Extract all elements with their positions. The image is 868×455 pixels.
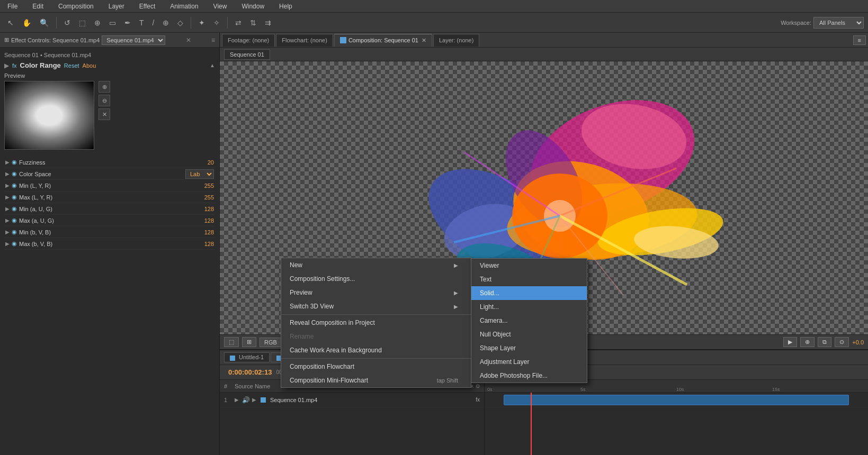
tab-footage[interactable]: Footage: (none)	[222, 34, 275, 47]
sub-null-label: Null Object	[480, 331, 511, 338]
puppet2-tool[interactable]: ✧	[210, 16, 223, 29]
ctx-item-switch3d[interactable]: Switch 3D View ▶	[281, 299, 471, 313]
sub-item-photoshop[interactable]: Adobe Photoshop File...	[471, 369, 587, 383]
menu-help[interactable]: Help	[276, 2, 296, 11]
sub-item-adjustment[interactable]: Adjustment Layer	[471, 355, 587, 369]
ctx-item-cache[interactable]: Cache Work Area in Background	[281, 343, 471, 357]
pen-tool[interactable]: ✒	[121, 16, 134, 29]
left-panel: ⊞ Effect Controls: Sequence 01.mp4 Seque…	[0, 33, 220, 455]
param-fuzziness-arrow[interactable]: ▶	[5, 159, 10, 165]
ctx-item-flowchart[interactable]: Composition Flowchart	[281, 360, 471, 374]
puppet-tool[interactable]: ✦	[195, 16, 208, 29]
param-min-lyr-value[interactable]: 255	[193, 183, 214, 189]
menu-window[interactable]: Window	[238, 2, 267, 11]
timeline-content: # Source Name ⊕ fx ⊙ 1 ▶ 🔊 ▶ Sequence 01…	[220, 380, 868, 455]
param-fuzziness-value[interactable]: 20	[193, 159, 214, 166]
ctx-item-mini-flowchart[interactable]: Composition Mini-Flowchart tap Shift	[281, 374, 471, 387]
param-min-lyr-arrow[interactable]: ▶	[5, 183, 10, 188]
fx-about-button[interactable]: Abou	[83, 62, 96, 69]
ctx-item-new[interactable]: New ▶ Viewer Text Solid... Light... Came…	[281, 258, 471, 272]
tl-tab-untitled1[interactable]: Untitled-1	[224, 352, 270, 362]
fx-panel-menu[interactable]: ≡	[211, 37, 215, 44]
sub-item-light[interactable]: Light...	[471, 300, 587, 314]
hand-tool[interactable]: ✋	[19, 16, 34, 29]
snap2-tool[interactable]: ⇅	[247, 16, 259, 29]
orbit-tool[interactable]: ⊕	[91, 16, 104, 29]
ctx-item-reveal[interactable]: Reveal Composition in Project	[281, 316, 471, 330]
param-max-aug-arrow[interactable]: ▶	[5, 217, 10, 223]
zoom-tool[interactable]: 🔍	[37, 16, 52, 29]
menu-file[interactable]: File	[4, 2, 21, 11]
viewer-3d-btn[interactable]: ⊕	[800, 337, 815, 347]
tab-composition[interactable]: Composition: Sequence 01 ✕	[334, 34, 432, 47]
viewer-camera-btn[interactable]: ⧉	[818, 337, 831, 347]
viewer-render-btn[interactable]: ▶	[783, 337, 797, 347]
preview-image	[5, 81, 94, 149]
rotation-tool[interactable]: ↺	[61, 16, 74, 29]
viewer-grid-btn[interactable]: ⊞	[242, 337, 256, 347]
param-max-lyr-value[interactable]: 255	[193, 194, 214, 201]
select-tool[interactable]: ↖	[4, 16, 17, 29]
viewer-motion-btn[interactable]: ⊙	[835, 337, 849, 347]
param-min-bvb-arrow[interactable]: ▶	[5, 229, 10, 235]
param-max-aug-value[interactable]: 128	[193, 217, 214, 224]
sub-item-null[interactable]: Null Object	[471, 327, 587, 341]
snap3-tool[interactable]: ⇉	[262, 16, 274, 29]
param-min-aug-value[interactable]: 128	[193, 206, 214, 212]
preview-tool-3[interactable]: ✕	[99, 108, 110, 120]
menu-bar: File Edit Composition Layer Effect Anima…	[0, 0, 868, 13]
ctx-preview-arrow: ▶	[454, 290, 458, 296]
sub-item-solid[interactable]: Solid...	[471, 286, 587, 300]
sub-item-text[interactable]: Text	[471, 272, 587, 286]
menu-animation[interactable]: Animation	[167, 2, 201, 11]
ctx-item-comp-settings[interactable]: Composition Settings...	[281, 272, 471, 286]
param-min-bvb-value[interactable]: 128	[193, 229, 214, 235]
brush-tool[interactable]: /	[149, 16, 158, 29]
camera-tool[interactable]: ⬚	[76, 16, 89, 29]
viewer-menu-btn[interactable]: ≡	[853, 35, 866, 45]
fx-expand-arrow[interactable]: ▶	[4, 62, 9, 69]
text-tool[interactable]: T	[136, 16, 147, 29]
fx-panel-select[interactable]: Sequence 01.mp4	[102, 35, 165, 45]
comp-tab-close[interactable]: ✕	[422, 37, 426, 44]
sub-viewer-label: Viewer	[480, 262, 499, 269]
param-min-aug-arrow[interactable]: ▶	[5, 206, 10, 212]
tl-row-label: Sequence 01.mp4	[270, 397, 473, 403]
param-max-bvb-value[interactable]: 128	[193, 241, 214, 247]
workspace-select[interactable]: All Panels	[813, 17, 864, 29]
tab-layer[interactable]: Layer: (none)	[433, 34, 479, 47]
menu-layer[interactable]: Layer	[105, 2, 128, 11]
preview-section: Preview ⊕ ⊖ ✕	[4, 72, 215, 151]
preview-tool-2[interactable]: ⊖	[99, 95, 110, 106]
preview-tool-1[interactable]: ⊕	[99, 81, 110, 93]
param-max-bvb-arrow[interactable]: ▶	[5, 241, 10, 247]
menu-composition[interactable]: Composition	[55, 2, 97, 11]
param-colorspace-arrow[interactable]: ▶	[5, 171, 10, 177]
sub-text-label: Text	[480, 276, 491, 283]
param-colorspace-select[interactable]: Lab YUV RGB	[185, 169, 214, 179]
fx-reset-button[interactable]: Reset	[64, 62, 79, 69]
comp-sequence-tab[interactable]: Sequence 01	[224, 49, 270, 60]
sub-item-viewer[interactable]: Viewer	[471, 259, 587, 272]
rect-tool[interactable]: ▭	[106, 16, 119, 29]
snap-tool[interactable]: ⇄	[232, 16, 245, 29]
menu-edit[interactable]: Edit	[29, 2, 47, 11]
tl-col-motion[interactable]: ⊙	[476, 383, 480, 389]
param-max-lyr-arrow[interactable]: ▶	[5, 194, 10, 200]
viewer-always-preview[interactable]: ⬚	[224, 337, 239, 347]
menu-effect[interactable]: Effect	[136, 2, 158, 11]
menu-view[interactable]: View	[210, 2, 230, 11]
tl-row-expand[interactable]: ▶	[235, 397, 239, 403]
sub-item-shape[interactable]: Shape Layer	[471, 341, 587, 355]
eraser-tool[interactable]: ◇	[174, 16, 186, 29]
sub-item-camera[interactable]: Camera...	[471, 314, 587, 327]
fx-panel-close[interactable]: ✕	[186, 37, 191, 44]
viewer-channels-btn[interactable]: RGB	[259, 338, 282, 347]
tl-clip-1[interactable]	[504, 395, 849, 405]
ctx-item-preview[interactable]: Preview ▶	[281, 286, 471, 299]
tab-flowchart[interactable]: Flowchart: (none)	[276, 34, 333, 47]
fx-scroll[interactable]: ▲	[210, 62, 215, 68]
clone-tool[interactable]: ⊕	[159, 16, 172, 29]
tl-row-fx-btn[interactable]: fx	[476, 397, 480, 403]
tl-playhead[interactable]	[531, 393, 532, 455]
